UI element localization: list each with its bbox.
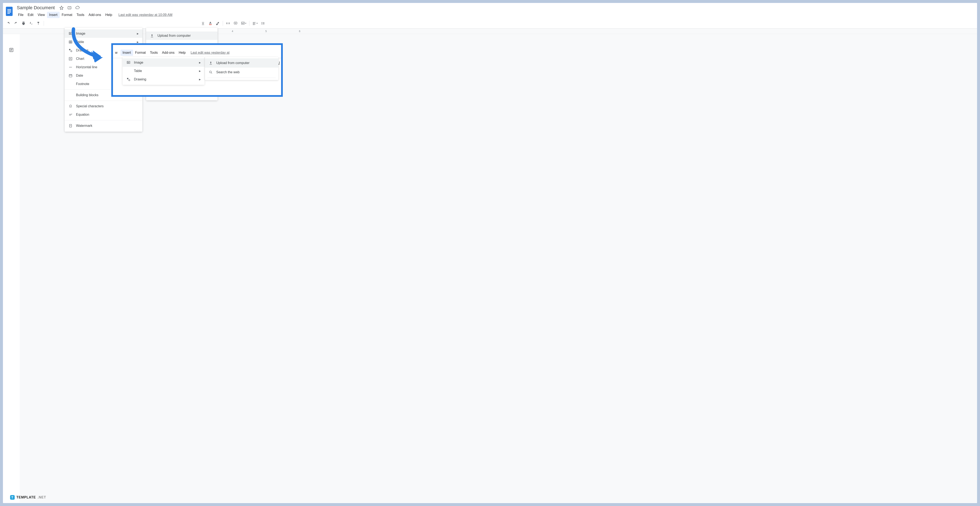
insert-image-item[interactable]: Image ▶: [65, 29, 142, 38]
template-watermark: T TEMPLATE.NET: [10, 495, 46, 500]
comment-button[interactable]: [232, 20, 239, 27]
redo-button[interactable]: [13, 20, 19, 27]
menu-label: Drawing: [76, 48, 88, 52]
menu-addons[interactable]: Add-ons: [86, 12, 103, 18]
ruler-mark: 5: [266, 30, 267, 33]
star-icon[interactable]: [59, 6, 64, 10]
blank-icon: [126, 69, 130, 73]
docs-logo-icon[interactable]: [5, 5, 14, 18]
drawing-icon: [126, 77, 130, 81]
menu-label: Table: [76, 40, 84, 44]
svg-rect-4: [7, 13, 10, 14]
image-icon: [126, 60, 130, 65]
insert-equation-item[interactable]: π² Equation: [65, 110, 142, 119]
document-title[interactable]: Sample Document: [16, 5, 56, 11]
menu-file[interactable]: File: [16, 12, 25, 18]
menu-label: Footnote: [76, 82, 89, 86]
move-icon[interactable]: [67, 6, 72, 10]
left-sidebar: [3, 34, 20, 503]
menu-divider: [207, 78, 276, 78]
menu-bar: File Edit View Insert Format Tools Add-o…: [16, 11, 172, 18]
callout-search-web-item[interactable]: Search the web: [205, 68, 278, 77]
app-window: Sample Document File Edit View Insert Fo…: [3, 3, 977, 503]
watermark-suffix: .NET: [38, 495, 46, 499]
ruler-mark: 6: [299, 30, 301, 33]
outline-toggle-icon[interactable]: [8, 47, 15, 53]
callout-drawing-item[interactable]: Drawing ▶: [123, 75, 204, 84]
callout-table-item[interactable]: Table ▶: [123, 67, 204, 75]
menu-insert[interactable]: Insert: [47, 12, 60, 18]
horizontal-line-icon: [68, 65, 73, 69]
insert-watermark-item[interactable]: Watermark: [65, 122, 142, 130]
svg-rect-13: [69, 49, 70, 50]
cloud-icon[interactable]: [75, 6, 80, 10]
editor-body: [3, 34, 977, 503]
callout-menu-tools[interactable]: Tools: [148, 49, 160, 56]
toolbar: ▾ ▾: [3, 18, 977, 29]
menu-label: Horizontal line: [76, 65, 97, 69]
drawing-icon: [68, 48, 73, 53]
search-icon: [209, 70, 213, 74]
svg-rect-10: [69, 32, 72, 35]
blank-icon: [68, 93, 73, 97]
callout-upload-item[interactable]: Upload from computer: [205, 58, 278, 68]
pi-icon: π²: [68, 113, 73, 117]
template-logo-icon: T: [10, 495, 15, 500]
menu-divider: [65, 100, 142, 101]
menu-label: Date: [76, 74, 83, 78]
svg-rect-8: [242, 22, 244, 24]
callout-menu-help[interactable]: Help: [177, 49, 188, 56]
paint-format-button[interactable]: [35, 20, 42, 27]
callout-last-edit[interactable]: Last edit was yesterday at: [191, 51, 229, 54]
callout-menu-insert[interactable]: Insert: [121, 49, 133, 56]
svg-rect-0: [6, 7, 13, 16]
chart-icon: [68, 57, 73, 61]
highlight-button[interactable]: [214, 20, 221, 27]
menu-view[interactable]: View: [35, 12, 47, 18]
menu-help[interactable]: Help: [103, 12, 114, 18]
menu-label: Search the web: [216, 70, 240, 74]
document-canvas[interactable]: [20, 34, 977, 503]
text-color-button[interactable]: [207, 20, 213, 27]
image-icon: [68, 32, 73, 36]
svg-point-14: [71, 51, 72, 52]
last-edit-link[interactable]: Last edit was yesterday at 10:09 AM: [118, 13, 172, 17]
callout-menu-addons[interactable]: Add-ons: [160, 49, 177, 56]
menu-format[interactable]: Format: [60, 12, 75, 18]
callout-image-submenu: Upload from computer Search the web: [205, 57, 278, 80]
menu-label: Chart: [76, 57, 84, 60]
undo-button[interactable]: [5, 20, 12, 27]
underline-button[interactable]: [200, 20, 206, 27]
callout-menu-format[interactable]: Format: [133, 49, 148, 56]
menu-tools[interactable]: Tools: [74, 12, 86, 18]
toolbar-separator: [249, 21, 250, 26]
callout-image-item[interactable]: Image ▶: [123, 58, 204, 67]
menu-edit[interactable]: Edit: [25, 12, 36, 18]
svg-point-20: [128, 62, 128, 62]
insert-special-chars-item[interactable]: Ω Special characters: [65, 102, 142, 110]
submenu-arrow-icon: ▶: [199, 78, 201, 81]
line-spacing-button[interactable]: [260, 20, 266, 27]
ruler-mark: 4: [232, 30, 233, 33]
print-button[interactable]: [20, 20, 27, 27]
insert-image-button[interactable]: ▾: [240, 20, 248, 27]
submenu-arrow-icon: ▶: [137, 32, 138, 35]
blank-icon: [68, 82, 73, 86]
menu-label: Upload from computer: [216, 61, 250, 65]
submenu-arrow-icon: ▶: [137, 41, 138, 43]
svg-point-22: [129, 80, 130, 81]
watermark-brand: TEMPLATE: [16, 495, 36, 499]
upload-from-computer-item[interactable]: Upload from computer: [146, 32, 218, 40]
align-button[interactable]: ▾: [251, 20, 259, 27]
spellcheck-button[interactable]: [28, 20, 35, 27]
menu-label: Table: [134, 69, 142, 73]
submenu-arrow-icon: ▶: [199, 70, 201, 72]
callout-insert-dropdown: Image ▶ Table ▶ Drawing ▶: [123, 57, 204, 85]
omega-icon: Ω: [68, 104, 73, 108]
link-button[interactable]: [224, 20, 231, 27]
svg-rect-2: [7, 11, 11, 11]
svg-rect-16: [69, 67, 72, 67]
svg-point-11: [70, 33, 70, 33]
submenu-arrow-icon: ▶: [199, 61, 201, 64]
menu-label: Building blocks: [76, 93, 99, 97]
